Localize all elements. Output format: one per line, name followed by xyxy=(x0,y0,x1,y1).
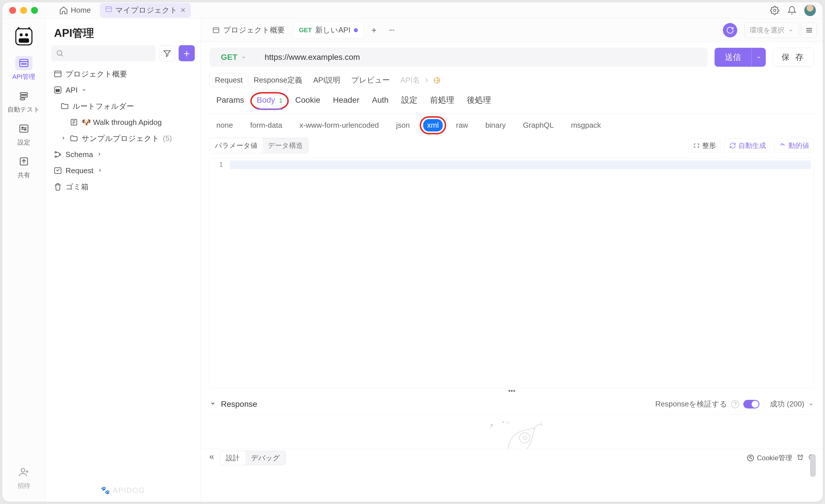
help-icon[interactable]: ? xyxy=(731,400,739,408)
validate-toggle[interactable] xyxy=(743,400,759,409)
mode-debug[interactable]: デバッグ xyxy=(245,451,286,465)
home-tab[interactable]: Home xyxy=(54,4,95,17)
mode-api-desc[interactable]: API説明 xyxy=(308,72,346,88)
menu-button[interactable] xyxy=(802,22,817,38)
statusbar: 設計 デバッグ Cookie管理 xyxy=(201,449,823,466)
seg-data-structure[interactable]: データ構造 xyxy=(262,138,308,153)
save-button[interactable]: 保 存 xyxy=(773,48,814,67)
editor-code-area[interactable] xyxy=(227,158,814,388)
mode-design[interactable]: 設計 xyxy=(220,451,245,465)
svg-point-30 xyxy=(393,29,394,30)
sec-tab-settings[interactable]: 設定 xyxy=(401,95,418,110)
chevron-down-icon[interactable] xyxy=(209,400,216,409)
close-window[interactable] xyxy=(9,7,16,14)
response-status-select[interactable]: 成功 (200) xyxy=(770,399,814,409)
rail-api-management[interactable]: API管理 xyxy=(12,56,35,81)
svg-point-23 xyxy=(55,152,56,153)
collapse-handle[interactable]: ••• xyxy=(201,388,823,394)
body-type-binary[interactable]: binary xyxy=(481,119,510,132)
svg-point-25 xyxy=(59,154,61,155)
close-tab-icon[interactable]: ✕ xyxy=(180,7,185,14)
cookie-management[interactable]: Cookie管理 xyxy=(746,453,792,462)
tree-item-schema[interactable]: Schema xyxy=(51,146,195,162)
sidebar-footer-logo: 🐾 APIDOG xyxy=(46,479,201,502)
nav-rail: API管理 自動テスト 設定 共有 招待 xyxy=(2,18,46,502)
mode-response-def[interactable]: Response定義 xyxy=(248,72,308,88)
scrollbar-thumb[interactable] xyxy=(810,454,816,477)
environment-select[interactable]: 環境を選択 xyxy=(744,22,799,38)
unsaved-indicator xyxy=(354,28,358,32)
svg-point-3 xyxy=(20,34,22,36)
user-avatar[interactable] xyxy=(804,5,816,16)
body-type-xml[interactable]: xml xyxy=(423,119,443,132)
svg-point-37 xyxy=(749,457,750,457)
main-tabbar: プロジェクト概要 GET 新しいAPI xyxy=(201,18,823,42)
tree-item-overview[interactable]: プロジェクト概要 xyxy=(51,66,195,82)
body-type-formdata[interactable]: form-data xyxy=(246,119,286,132)
notifications-bell-icon[interactable] xyxy=(787,5,797,15)
api-name-placeholder[interactable]: API名 xyxy=(400,75,441,85)
refresh-button[interactable] xyxy=(723,23,737,38)
rail-label: 自動テスト xyxy=(7,105,40,114)
body-type-json[interactable]: json xyxy=(392,119,414,132)
response-title: Response xyxy=(221,400,257,409)
add-button[interactable]: ＋ xyxy=(179,45,195,61)
svg-rect-0 xyxy=(106,7,112,11)
tree-item-sample-project[interactable]: サンプルプロジェクト (5) xyxy=(51,130,195,146)
body-type-raw[interactable]: raw xyxy=(452,119,472,132)
format-button[interactable]: 整形 xyxy=(688,138,721,153)
tab-overflow-button[interactable] xyxy=(384,21,399,39)
rail-share[interactable]: 共有 xyxy=(15,154,32,179)
svg-point-14 xyxy=(21,127,23,128)
sec-tab-post[interactable]: 後処理 xyxy=(467,95,491,110)
rail-settings[interactable]: 設定 xyxy=(15,122,32,147)
svg-point-32 xyxy=(491,424,493,426)
tree-item-api[interactable]: 99 API xyxy=(51,82,195,98)
sidebar-search-input[interactable] xyxy=(51,45,156,61)
sec-tab-header[interactable]: Header xyxy=(333,95,360,109)
mode-request[interactable]: Request xyxy=(209,73,248,87)
maximize-window[interactable] xyxy=(31,7,38,14)
url-input[interactable]: https://www.examples.com xyxy=(258,53,707,62)
sec-tab-params[interactable]: Params xyxy=(216,95,244,109)
svg-rect-27 xyxy=(213,27,219,32)
svg-point-35 xyxy=(523,436,526,440)
body-type-msgpack[interactable]: msgpack xyxy=(567,119,605,132)
body-editor[interactable]: 1 xyxy=(209,158,814,388)
svg-point-17 xyxy=(21,468,25,472)
sec-tab-cookie[interactable]: Cookie xyxy=(295,95,320,109)
body-type-none[interactable]: none xyxy=(212,119,237,132)
sec-tab-pre[interactable]: 前処理 xyxy=(430,95,454,110)
dynamic-value-button[interactable]: 動的値 xyxy=(774,138,814,153)
project-tab[interactable]: マイプロジェクト ✕ xyxy=(100,3,191,17)
seg-param-value[interactable]: パラメータ値 xyxy=(210,138,262,153)
rail-invite[interactable]: 招待 xyxy=(15,465,32,490)
filter-button[interactable] xyxy=(159,45,175,61)
tree-item-trash[interactable]: ゴミ箱 xyxy=(51,178,195,195)
main-tab-overview[interactable]: プロジェクト概要 xyxy=(207,21,291,39)
autogen-button[interactable]: 自動生成 xyxy=(724,138,771,153)
tree-item-request[interactable]: Request xyxy=(51,162,195,178)
tree-item-walkthrough[interactable]: 🐶 Walk through Apidog xyxy=(51,114,195,130)
svg-rect-13 xyxy=(19,125,28,132)
send-dropdown[interactable] xyxy=(751,48,766,67)
body-type-xform[interactable]: x-www-form-urlencoded xyxy=(295,119,383,132)
tree-item-root-folder[interactable]: ルートフォルダー xyxy=(51,98,195,114)
main-tab-new-api[interactable]: GET 新しいAPI xyxy=(293,21,364,39)
sec-tab-body[interactable]: Body 1 xyxy=(256,95,283,109)
svg-rect-6 xyxy=(19,59,28,66)
response-header: Response Responseを検証する ? 成功 (200) xyxy=(201,394,823,414)
send-button[interactable]: 送信 xyxy=(715,48,766,67)
add-tab-button[interactable] xyxy=(366,21,382,39)
tshirt-icon[interactable] xyxy=(797,454,804,462)
svg-point-18 xyxy=(57,51,62,55)
sec-tab-auth[interactable]: Auth xyxy=(372,95,389,109)
mode-preview[interactable]: プレビュー xyxy=(346,72,395,88)
collapse-left-icon[interactable] xyxy=(208,454,215,462)
settings-gear-icon[interactable] xyxy=(770,5,779,15)
http-method-select[interactable]: GET xyxy=(209,53,258,62)
body-type-graphql[interactable]: GraphQL xyxy=(519,119,558,132)
url-bar: GET https://www.examples.com 送信 保 存 xyxy=(201,42,823,72)
minimize-window[interactable] xyxy=(20,7,27,14)
rail-autotest[interactable]: 自動テスト xyxy=(7,89,40,114)
